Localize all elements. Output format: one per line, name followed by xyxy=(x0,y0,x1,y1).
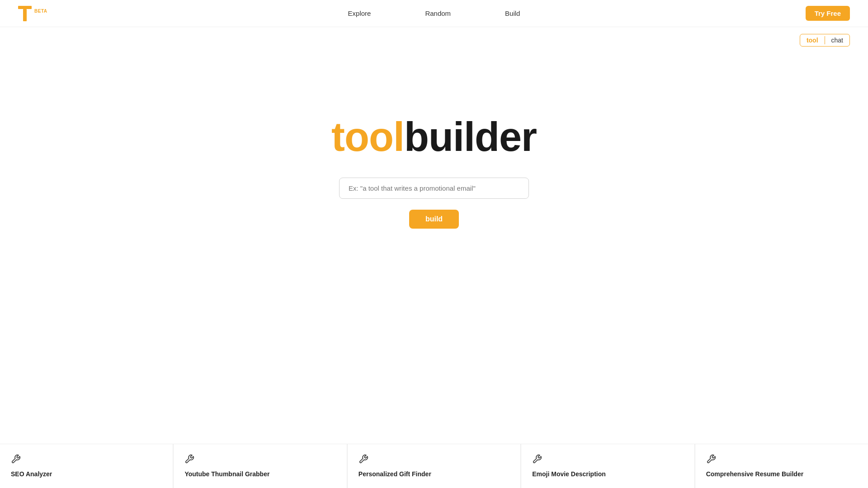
hero-title-tool: tool xyxy=(331,114,404,160)
navbar-right: Try Free xyxy=(806,6,850,21)
mode-tool-button[interactable]: tool xyxy=(800,34,825,46)
tool-card-icon-gift xyxy=(359,454,509,466)
tool-description-input[interactable] xyxy=(339,178,529,199)
tool-card-gift-finder[interactable]: Personalized Gift Finder xyxy=(347,444,521,488)
svg-rect-1 xyxy=(23,9,27,21)
tool-card-youtube-thumbnail[interactable]: Youtube Thumbnail Grabber xyxy=(173,444,347,488)
tool-card-emoji-movie[interactable]: Emoji Movie Description xyxy=(521,444,694,488)
tool-card-icon-emoji xyxy=(532,454,683,466)
tool-card-icon-resume xyxy=(706,454,857,466)
hero-section: toolbuilder build xyxy=(0,27,868,298)
page-wrapper: BETA Explore Random Build Try Free tool … xyxy=(0,0,868,488)
tool-cards-row: SEO Analyzer Youtube Thumbnail Grabber P… xyxy=(0,444,868,488)
mode-chat-button[interactable]: chat xyxy=(825,34,849,46)
mode-toggle: tool chat xyxy=(800,34,850,47)
nav-random[interactable]: Random xyxy=(425,9,451,17)
hero-title-builder: builder xyxy=(404,114,537,160)
tool-card-seo-analyzer[interactable]: SEO Analyzer xyxy=(0,444,173,488)
beta-badge: BETA xyxy=(34,9,47,14)
nav-build[interactable]: Build xyxy=(505,9,520,17)
tool-card-title-youtube: Youtube Thumbnail Grabber xyxy=(184,470,269,478)
tool-card-title-resume: Comprehensive Resume Builder xyxy=(706,470,804,478)
try-free-button[interactable]: Try Free xyxy=(806,6,850,21)
tool-card-title-emoji: Emoji Movie Description xyxy=(532,470,606,478)
navbar-left: BETA xyxy=(18,6,47,21)
hero-title: toolbuilder xyxy=(331,115,537,160)
tool-card-icon-seo xyxy=(11,454,162,466)
nav-explore[interactable]: Explore xyxy=(348,9,371,17)
tool-card-title-seo: SEO Analyzer xyxy=(11,470,52,478)
navbar-center: Explore Random Build xyxy=(348,9,520,17)
tool-card-icon-youtube xyxy=(184,454,335,466)
hero-input-container xyxy=(339,178,529,199)
build-button[interactable]: build xyxy=(409,210,459,229)
logo[interactable]: BETA xyxy=(18,6,47,21)
logo-icon xyxy=(18,6,32,21)
navbar: BETA Explore Random Build Try Free xyxy=(0,0,868,27)
tool-card-resume-builder[interactable]: Comprehensive Resume Builder xyxy=(695,444,868,488)
tool-card-title-gift: Personalized Gift Finder xyxy=(359,470,431,478)
svg-rect-0 xyxy=(18,6,32,9)
